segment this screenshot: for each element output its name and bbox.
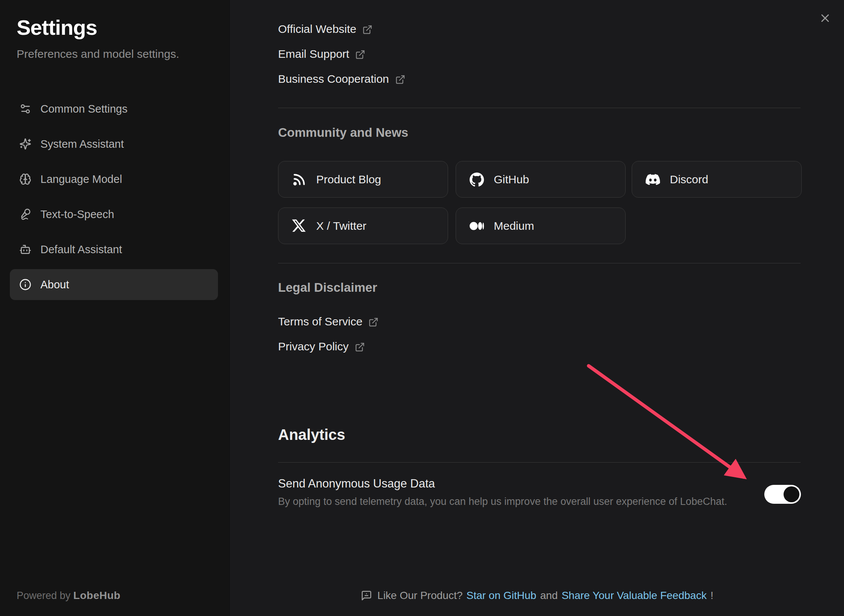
terms-of-service-link[interactable]: Terms of Service xyxy=(278,315,379,328)
sidebar-item-text-to-speech[interactable]: Text-to-Speech xyxy=(10,199,218,230)
footer-text: ! xyxy=(710,590,713,602)
usage-data-label: Send Anonymous Usage Data xyxy=(278,477,435,491)
about-panel: Contact Us Official Website Email Suppor… xyxy=(230,0,844,616)
contact-us-heading: Contact Us xyxy=(278,0,344,3)
github-button[interactable]: GitHub xyxy=(456,161,626,198)
powered-by-text: Powered by xyxy=(17,590,71,601)
button-label: X / Twitter xyxy=(316,220,366,232)
external-link-icon xyxy=(395,74,405,85)
sidebar-item-common-settings[interactable]: Common Settings xyxy=(10,93,218,124)
legal-heading: Legal Disclaimer xyxy=(278,280,377,295)
footer-text: Like Our Product? xyxy=(377,590,463,602)
business-cooperation-link[interactable]: Business Cooperation xyxy=(278,73,405,85)
product-footer: Like Our Product? Star on GitHub and Sha… xyxy=(230,590,844,602)
sliders-icon xyxy=(19,103,31,115)
button-label: Product Blog xyxy=(316,173,381,186)
section-divider xyxy=(278,462,801,463)
privacy-policy-link[interactable]: Privacy Policy xyxy=(278,340,365,353)
page-subtitle: Preferences and model settings. xyxy=(17,48,179,60)
medium-button[interactable]: Medium xyxy=(456,207,626,244)
sidebar-item-label: About xyxy=(40,279,69,291)
external-link-icon xyxy=(355,50,365,60)
bot-icon xyxy=(19,243,31,255)
page-title: Settings xyxy=(17,15,97,40)
sidebar-item-label: Common Settings xyxy=(40,103,128,115)
mic-icon xyxy=(19,208,31,220)
official-website-link[interactable]: Official Website xyxy=(278,23,373,36)
sidebar-menu: Common Settings System Assistant Languag… xyxy=(10,93,218,300)
x-twitter-icon xyxy=(292,219,306,233)
send-anonymous-usage-data-toggle[interactable] xyxy=(764,485,801,504)
info-icon xyxy=(19,279,31,291)
button-label: GitHub xyxy=(494,173,529,186)
sidebar-item-language-model[interactable]: Language Model xyxy=(10,164,218,195)
settings-sidebar: Settings Preferences and model settings.… xyxy=(0,0,230,616)
link-label: Official Website xyxy=(278,23,356,36)
email-support-link[interactable]: Email Support xyxy=(278,48,365,60)
footer-text: and xyxy=(540,590,558,602)
link-label: Terms of Service xyxy=(278,315,362,328)
button-label: Discord xyxy=(670,173,708,186)
section-divider xyxy=(278,108,801,108)
sidebar-item-about[interactable]: About xyxy=(10,269,218,300)
discord-button[interactable]: Discord xyxy=(632,161,802,198)
x-twitter-button[interactable]: X / Twitter xyxy=(278,207,448,244)
link-label: Privacy Policy xyxy=(278,340,349,353)
external-link-icon xyxy=(355,342,365,352)
sidebar-item-default-assistant[interactable]: Default Assistant xyxy=(10,234,218,265)
sidebar-item-label: Text-to-Speech xyxy=(40,208,114,221)
rss-icon xyxy=(292,172,306,187)
settings-modal: Settings Preferences and model settings.… xyxy=(0,0,844,616)
share-feedback-link[interactable]: Share Your Valuable Feedback xyxy=(561,590,706,602)
github-icon xyxy=(470,172,484,187)
toggle-knob xyxy=(784,486,799,502)
medium-icon xyxy=(470,219,484,233)
powered-by: Powered by LobeHub xyxy=(17,590,121,602)
sidebar-item-system-assistant[interactable]: System Assistant xyxy=(10,128,218,159)
sidebar-item-label: Default Assistant xyxy=(40,243,122,256)
brain-icon xyxy=(19,173,31,185)
feedback-bubble-icon xyxy=(361,590,372,601)
discord-icon xyxy=(646,172,660,187)
community-heading: Community and News xyxy=(278,125,408,140)
sidebar-item-label: Language Model xyxy=(40,173,122,186)
product-blog-button[interactable]: Product Blog xyxy=(278,161,448,198)
close-button[interactable] xyxy=(816,9,834,27)
sparkles-icon xyxy=(19,138,31,150)
external-link-icon xyxy=(362,25,373,35)
button-label: Medium xyxy=(494,220,534,232)
analytics-heading: Analytics xyxy=(278,426,345,443)
link-label: Business Cooperation xyxy=(278,73,389,85)
link-label: Email Support xyxy=(278,48,349,60)
sidebar-item-label: System Assistant xyxy=(40,138,124,150)
star-on-github-link[interactable]: Star on GitHub xyxy=(466,590,536,602)
usage-data-description: By opting to send telemetry data, you ca… xyxy=(278,496,727,508)
section-divider xyxy=(278,263,801,263)
lobehub-brand: LobeHub xyxy=(73,590,121,601)
external-link-icon xyxy=(368,317,379,327)
